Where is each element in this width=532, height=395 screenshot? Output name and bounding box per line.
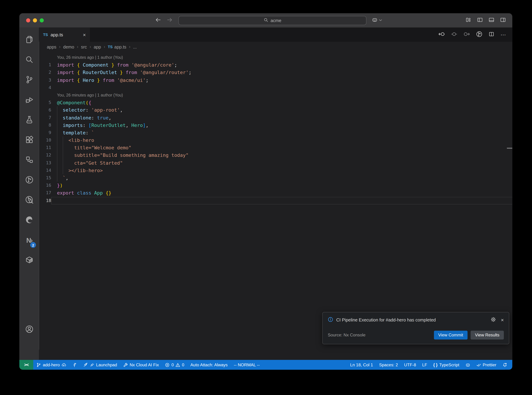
line-number[interactable]: 7 — [39, 114, 51, 121]
status-item-branch-status[interactable]: add-hero — [33, 360, 69, 370]
toggle-primary-sidebar-icon[interactable] — [477, 17, 483, 24]
next-change-icon[interactable] — [463, 31, 470, 38]
tab-app-ts[interactable]: TS app.ts × — [39, 27, 90, 42]
blame-text[interactable]: You, 26 minutes ago | 1 author (You) — [51, 91, 512, 99]
activity-bar-item-project-explorer[interactable] — [19, 150, 39, 170]
status-item-encoding[interactable]: UTF-8 — [401, 360, 419, 370]
split-editor-icon[interactable] — [489, 31, 494, 38]
code-text[interactable]: imports: [RouterOutlet, Hero], — [51, 121, 512, 129]
line-number[interactable]: 12 — [39, 152, 51, 159]
view-results-button[interactable]: View Results — [471, 331, 504, 340]
more-actions-icon[interactable]: ⋯ — [500, 32, 506, 38]
notification-close-icon[interactable]: × — [501, 317, 504, 323]
activity-bar-item-explorer[interactable] — [19, 30, 39, 50]
line-number[interactable]: 14 — [39, 167, 51, 174]
activity-bar-item-containers[interactable] — [19, 251, 39, 270]
code-text[interactable]: `, — [51, 174, 512, 182]
change-icon[interactable] — [451, 31, 457, 38]
activity-bar-item-source-control[interactable] — [19, 70, 39, 90]
status-item-language-mode[interactable]: { }TypeScript — [430, 360, 462, 370]
status-item-launchpad[interactable]: Launchpad — [80, 360, 120, 370]
code-text[interactable] — [51, 197, 512, 204]
line-number[interactable]: 2 — [39, 69, 51, 76]
blame-text[interactable]: You, 26 minutes ago | 1 author (You) — [51, 54, 512, 61]
status-item-auto-attach[interactable]: Auto Attach: Always — [187, 360, 231, 370]
breadcrumb-item[interactable]: demo — [63, 44, 74, 49]
status-item-vim-mode[interactable]: -- NORMAL -- — [231, 360, 263, 370]
code-text[interactable]: <lib-hero — [51, 137, 512, 144]
line-number[interactable]: 9 — [39, 129, 51, 137]
line-number[interactable]: 4 — [39, 84, 51, 91]
indent-guide — [63, 167, 63, 174]
code-text[interactable]: import { RouterOutlet } from '@angular/r… — [51, 69, 512, 76]
code-text[interactable]: title="Welcmoe demo" — [51, 144, 512, 151]
line-number[interactable]: 11 — [39, 144, 51, 151]
notification-settings-icon[interactable] — [491, 317, 496, 323]
customize-layout-icon[interactable] — [465, 17, 471, 24]
line-number[interactable]: 13 — [39, 159, 51, 167]
code-text[interactable]: standalone: true, — [51, 114, 512, 121]
code-text[interactable]: }) — [51, 182, 512, 189]
breadcrumb-file[interactable]: TSapp.ts — [108, 44, 126, 49]
breadcrumb-symbol[interactable]: ... — [133, 44, 137, 49]
line-number[interactable]: 6 — [39, 106, 51, 114]
code-text[interactable]: selector: 'app-root', — [51, 106, 512, 114]
status-item-prettier[interactable]: Prettier — [473, 360, 500, 370]
code-text[interactable]: ></lib-hero> — [51, 167, 512, 174]
status-item-problems[interactable]: 00 — [162, 360, 187, 370]
line-number[interactable]: 17 — [39, 189, 51, 197]
activity-bar-item-testing[interactable] — [19, 110, 39, 130]
status-item-indentation[interactable]: Spaces: 2 — [376, 360, 401, 370]
activity-bar-item-extensions[interactable] — [19, 130, 39, 150]
close-window-button[interactable] — [26, 18, 30, 22]
navigate-back-icon[interactable] — [156, 17, 161, 24]
status-item-eol[interactable]: LF — [419, 360, 430, 370]
code-text[interactable] — [51, 84, 512, 91]
breadcrumb-item[interactable]: src — [81, 44, 87, 49]
status-item-cursor-position[interactable]: Ln 18, Col 1 — [347, 360, 376, 370]
indent-guide — [63, 144, 63, 151]
line-number[interactable]: 5 — [39, 99, 51, 106]
line-number[interactable]: 18 — [39, 197, 51, 204]
activity-bar-item-nx-console[interactable]: N›2 — [19, 230, 39, 251]
line-number[interactable]: 8 — [39, 121, 51, 129]
code-text[interactable]: @Component({ — [51, 99, 512, 106]
code-text[interactable]: import { Component } from '@angular/core… — [51, 61, 512, 69]
zoom-window-button[interactable] — [40, 18, 44, 22]
activity-bar-item-run-and-debug[interactable] — [19, 90, 39, 110]
activity-bar-item-gitlens[interactable] — [19, 170, 39, 190]
line-number[interactable]: 3 — [39, 76, 51, 84]
status-item-copilot[interactable] — [462, 360, 473, 370]
code-text[interactable]: subtitle="Build something amazing today" — [51, 152, 512, 159]
line-number[interactable]: 1 — [39, 61, 51, 69]
status-item-notifications[interactable] — [500, 360, 510, 370]
code-text[interactable]: cta="Get Started" — [51, 159, 512, 167]
remote-indicator[interactable]: >< — [19, 360, 33, 370]
breadcrumb-item[interactable]: app — [94, 44, 101, 49]
activity-bar-item-gitlens-search[interactable] — [19, 191, 39, 211]
activity-bar-item-accounts[interactable] — [19, 320, 39, 340]
minimize-window-button[interactable] — [33, 18, 37, 22]
line-number[interactable]: 15 — [39, 174, 51, 182]
copilot-menu[interactable] — [372, 17, 383, 24]
activity-bar-item-edge-tools[interactable] — [19, 211, 39, 230]
navigate-forward-icon[interactable] — [167, 17, 172, 24]
line-number[interactable]: 16 — [39, 182, 51, 189]
line-number[interactable]: 10 — [39, 137, 51, 144]
breadcrumb-item[interactable]: apps — [47, 44, 56, 49]
command-center-search[interactable]: acme — [179, 16, 367, 25]
status-item-commit-status[interactable] — [69, 360, 80, 370]
close-tab-icon[interactable]: × — [83, 32, 86, 38]
activity-bar-item-search[interactable] — [19, 50, 39, 70]
status-item-nx-cloud-ai-fix[interactable]: Nx Cloud AI Fix — [120, 360, 162, 370]
code-text[interactable]: template: ` — [51, 129, 512, 137]
code-text[interactable]: import { Hero } from '@acme/ui'; — [51, 76, 512, 84]
vscode-window: acme N›2 TS app.ts — [19, 13, 512, 370]
activity-bar-item-settings[interactable] — [19, 340, 39, 360]
gitlens-graph-icon[interactable] — [476, 31, 483, 38]
previous-change-icon[interactable] — [438, 31, 445, 38]
toggle-secondary-sidebar-icon[interactable] — [500, 17, 506, 24]
code-text[interactable]: export class App {} — [51, 189, 512, 197]
toggle-panel-icon[interactable] — [489, 17, 494, 24]
view-commit-button[interactable]: View Commit — [434, 331, 468, 340]
